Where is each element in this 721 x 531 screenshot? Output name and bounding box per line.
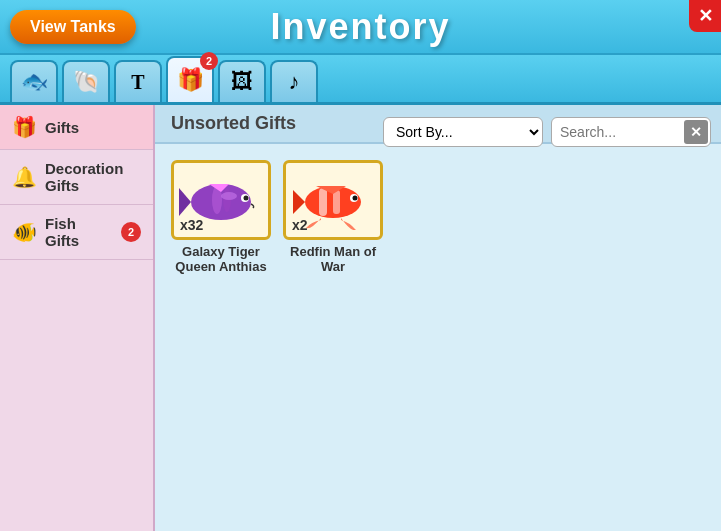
tab-text[interactable]: T — [114, 60, 162, 102]
sidebar-item-fish-label: Fish Gifts — [45, 215, 113, 249]
gifts-tab-badge: 2 — [200, 52, 218, 70]
music-icon: ♪ — [289, 69, 300, 95]
decoration-gifts-icon: 🔔 — [12, 165, 37, 189]
svg-marker-1 — [179, 188, 191, 216]
panel-title: Unsorted Gifts — [171, 113, 296, 134]
svg-rect-9 — [319, 188, 327, 216]
main-content: 🎁 Gifts 🔔 Decoration Gifts 🐠 Fish Gifts … — [0, 105, 721, 531]
fish-gifts-icon: 🐠 — [12, 220, 37, 244]
sidebar-item-gifts-label: Gifts — [45, 119, 79, 136]
sort-dropdown[interactable]: Sort By... — [383, 117, 543, 147]
sidebar-item-fish-gifts[interactable]: 🐠 Fish Gifts 2 — [0, 205, 153, 260]
page-title: Inventory — [270, 6, 450, 48]
gift-icon: 🎁 — [177, 67, 204, 93]
shell-icon: 🐚 — [73, 69, 100, 95]
search-container: ✕ — [551, 117, 711, 147]
svg-point-3 — [223, 188, 231, 212]
tab-photo[interactable]: 🖼 — [218, 60, 266, 102]
view-tanks-button[interactable]: View Tanks — [10, 10, 136, 44]
right-panel: Unsorted Gifts 34 Items — [155, 105, 721, 531]
tab-fish[interactable]: 🐟 — [10, 60, 58, 102]
gifts-sidebar-icon: 🎁 — [12, 115, 37, 139]
svg-point-14 — [352, 196, 357, 201]
gift-name-galaxy: Galaxy Tiger Queen Anthias — [171, 244, 271, 274]
sort-search-bar: Sort By... ✕ — [383, 117, 711, 147]
svg-point-6 — [243, 196, 248, 201]
fish-gifts-badge: 2 — [121, 222, 141, 242]
gift-thumbnail-redfin: x2 — [283, 160, 383, 240]
sidebar-item-decoration-label: Decoration Gifts — [45, 160, 141, 194]
fish-icon: 🐟 — [21, 69, 48, 95]
gift-quantity-redfin: x2 — [292, 217, 308, 233]
close-button[interactable]: ✕ — [689, 0, 721, 32]
search-input[interactable] — [552, 124, 682, 140]
tab-bar: 🐟 🐚 T 🎁 2 🖼 ♪ Sort By... ✕ — [0, 55, 721, 105]
tab-music[interactable]: ♪ — [270, 60, 318, 102]
list-item[interactable]: x32 Galaxy Tiger Queen Anthias — [171, 160, 271, 274]
search-clear-button[interactable]: ✕ — [684, 120, 708, 144]
gift-thumbnail-galaxy: x32 — [171, 160, 271, 240]
svg-rect-10 — [333, 190, 340, 214]
sidebar-item-decoration-gifts[interactable]: 🔔 Decoration Gifts — [0, 150, 153, 205]
gift-name-redfin: Redfin Man of War — [283, 244, 383, 274]
gift-grid: x32 Galaxy Tiger Queen Anthias — [155, 144, 721, 290]
sidebar: 🎁 Gifts 🔔 Decoration Gifts 🐠 Fish Gifts … — [0, 105, 155, 531]
sidebar-item-gifts[interactable]: 🎁 Gifts — [0, 105, 153, 150]
gift-quantity-galaxy: x32 — [180, 217, 203, 233]
svg-point-7 — [221, 192, 237, 200]
text-icon: T — [131, 71, 144, 94]
list-item[interactable]: x2 Redfin Man of War — [283, 160, 383, 274]
tab-shell[interactable]: 🐚 — [62, 60, 110, 102]
tab-gifts[interactable]: 🎁 2 — [166, 56, 214, 102]
header: View Tanks Inventory ✕ — [0, 0, 721, 55]
photo-icon: 🖼 — [231, 69, 253, 95]
svg-marker-11 — [293, 190, 305, 214]
